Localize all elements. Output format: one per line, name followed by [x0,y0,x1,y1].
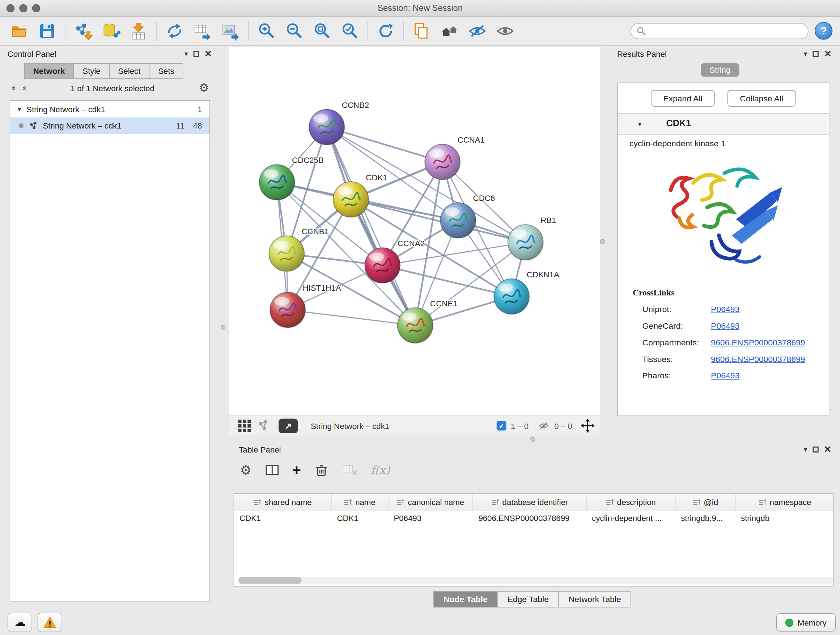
svg-text:CCNB1: CCNB1 [302,227,329,236]
warnings-button[interactable] [38,613,62,632]
crosslink-link[interactable]: 9606.ENSP00000378699 [711,337,805,347]
tab-node-table[interactable]: Node Table [433,591,498,607]
copy-document-button[interactable] [408,19,436,43]
cell-canonical-name: P06493 [388,514,473,523]
search-box [630,23,808,39]
help-button[interactable]: ? [815,22,832,40]
crosslink-link[interactable]: 9606.ENSP00000378699 [711,354,805,364]
crosslink-link[interactable]: P06493 [711,321,739,331]
grid-view-icon[interactable] [235,418,254,433]
close-panel-icon[interactable]: ✕ [204,49,212,58]
collapse-all-button[interactable]: Collapse All [728,90,796,107]
float-panel-icon[interactable] [813,447,818,452]
crosslink-row: GeneCard: P06493 [617,318,829,334]
pan-move-icon[interactable] [581,419,595,433]
title-bar: Session: New Session [0,0,840,17]
export-image-button[interactable] [216,19,244,43]
column-header[interactable]: shared name [234,494,332,510]
close-panel-icon[interactable]: ✕ [824,49,831,58]
delete-table-icon[interactable] [342,463,358,477]
vertical-splitter[interactable] [216,47,229,601]
svg-text:HIST1H1A: HIST1H1A [303,283,341,293]
tab-sets[interactable]: Sets [149,63,183,79]
function-builder-icon[interactable]: f(x) [371,464,390,477]
gene-section-header[interactable]: ▾ CDK1 [617,114,829,135]
hide-selected-eye-slash-button[interactable] [463,19,491,43]
network-canvas[interactable]: CCNB2CCNA1CDC25BCDK1CDC6RB1CCNB1CCNA2CDK… [229,47,600,415]
collapse-all-networks-icon[interactable]: » [19,86,28,90]
table-options-gear-icon[interactable]: ⚙ [240,463,251,478]
memory-label: Memory [798,618,827,627]
save-session-button[interactable] [33,19,61,43]
import-network-file-button[interactable] [69,19,97,43]
float-panel-icon[interactable] [193,51,199,57]
expand-all-networks-icon[interactable]: » [9,86,19,90]
tab-edge-table[interactable]: Edge Table [497,591,559,607]
scrollbar-thumb[interactable] [238,577,302,584]
crosslink-label: Tissues: [643,354,711,364]
section-expander-icon[interactable]: ▾ [638,120,642,128]
string-results-tab[interactable]: String [701,63,739,77]
network-collection-row[interactable]: ▾ String Network – cdk1 1 [10,101,210,117]
column-header[interactable]: canonical name [388,494,473,510]
tab-network[interactable]: Network [24,63,74,79]
edge-count: 48 [193,121,202,130]
refresh-button[interactable] [372,19,400,43]
splitter-handle[interactable] [531,437,535,442]
toolbar-separator [368,21,368,41]
column-header[interactable]: description [587,494,676,510]
column-header[interactable]: database identifier [473,494,587,510]
cloud-button[interactable]: ☁ [8,613,32,632]
zoom-fit-button[interactable] [308,19,336,43]
panel-menu-icon[interactable]: ▾ [185,50,188,57]
column-header[interactable]: namespace [736,494,834,510]
column-header[interactable]: name [332,494,388,510]
results-splitter[interactable] [600,47,605,435]
crosslink-link[interactable]: P06493 [711,304,739,314]
string-results-content: Expand All Collapse All ▾ CDK1 cyclin-de… [617,82,829,416]
zoom-in-button[interactable] [252,19,280,43]
tab-style[interactable]: Style [73,63,110,79]
svg-text:CDC25B: CDC25B [292,156,324,165]
panel-menu-icon[interactable]: ▾ [804,445,807,453]
home-networks-button[interactable] [436,19,463,43]
panel-menu-icon[interactable]: ▾ [804,50,807,57]
network-label: String Network – cdk1 [43,121,121,130]
svg-text:CCNB2: CCNB2 [342,101,369,110]
expand-all-button[interactable]: Expand All [651,90,715,107]
float-panel-icon[interactable] [813,51,818,57]
collection-expander-icon[interactable]: ▾ [18,105,21,113]
tab-network-table[interactable]: Network Table [559,591,631,607]
toolbar-separator [403,21,404,41]
zoom-selected-button[interactable] [336,19,364,43]
memory-button[interactable]: Memory [776,613,836,631]
selected-checkbox-icon[interactable]: ✓ [497,421,507,431]
birds-eye-view-button[interactable]: ↗ [279,418,298,433]
crosslink-link[interactable]: P06493 [711,371,739,380]
new-network-button[interactable] [161,19,188,43]
zoom-out-button[interactable] [280,19,308,43]
share-network-icon[interactable] [254,418,273,433]
horizontal-scrollbar[interactable] [238,577,833,584]
column-header[interactable]: @id [676,494,736,510]
open-session-button[interactable] [5,19,33,43]
show-columns-icon[interactable] [264,463,279,477]
delete-column-trash-icon[interactable] [314,463,329,478]
splitter-handle[interactable] [221,325,225,329]
horizontal-splitter[interactable] [229,435,836,443]
main-toolbar: ? [0,17,840,46]
tab-select[interactable]: Select [109,63,149,79]
show-all-eye-button[interactable] [491,19,519,43]
import-table-file-button[interactable] [125,19,153,43]
gene-description: cyclin-dependent kinase 1 [617,135,829,149]
import-network-database-button[interactable] [97,19,125,43]
network-options-gear-icon[interactable]: ⚙ [199,81,209,95]
add-column-icon[interactable]: + [292,463,301,478]
export-network-file-button[interactable] [188,19,216,43]
network-row[interactable]: String Network – cdk1 11 48 [10,117,210,134]
table-row[interactable]: CDK1 CDK1 P06493 9606.ENSP00000378699 cy… [234,510,833,526]
close-panel-icon[interactable]: ✕ [824,445,831,454]
warning-icon [43,616,57,629]
sort-column-icon [606,498,614,505]
search-input[interactable] [646,26,808,36]
